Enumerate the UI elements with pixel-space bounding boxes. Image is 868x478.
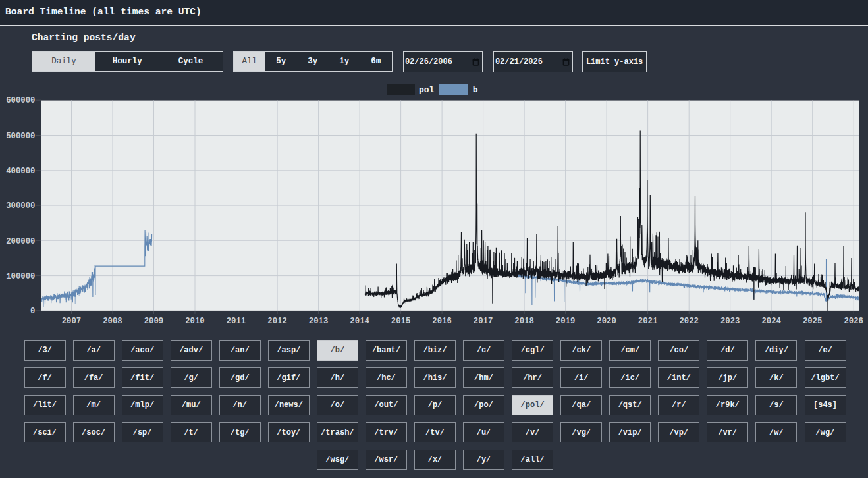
svg-text:400000: 400000 [6,167,35,176]
svg-text:2023: 2023 [720,317,740,326]
svg-text:2025: 2025 [803,317,823,326]
svg-text:2012: 2012 [267,317,287,326]
svg-text:300000: 300000 [6,201,35,211]
svg-text:2018: 2018 [514,317,534,326]
svg-text:500000: 500000 [6,132,35,141]
svg-text:2021: 2021 [638,317,658,326]
svg-text:200000: 200000 [6,237,35,246]
svg-text:2015: 2015 [391,317,411,326]
svg-text:2014: 2014 [350,317,369,326]
svg-text:0: 0 [30,307,35,316]
svg-text:2026: 2026 [844,317,863,326]
svg-text:2020: 2020 [597,317,616,326]
svg-text:2016: 2016 [432,317,452,326]
svg-text:2007: 2007 [62,317,82,326]
svg-text:2008: 2008 [103,317,122,326]
svg-text:2009: 2009 [144,317,164,326]
svg-text:2010: 2010 [185,317,205,326]
svg-text:2024: 2024 [761,317,781,326]
svg-text:2019: 2019 [556,317,576,326]
svg-text:2022: 2022 [679,317,699,326]
svg-text:100000: 100000 [6,272,35,281]
svg-text:600000: 600000 [6,96,35,105]
svg-text:2017: 2017 [474,317,493,326]
svg-text:2011: 2011 [227,317,246,326]
svg-text:2013: 2013 [309,317,329,326]
